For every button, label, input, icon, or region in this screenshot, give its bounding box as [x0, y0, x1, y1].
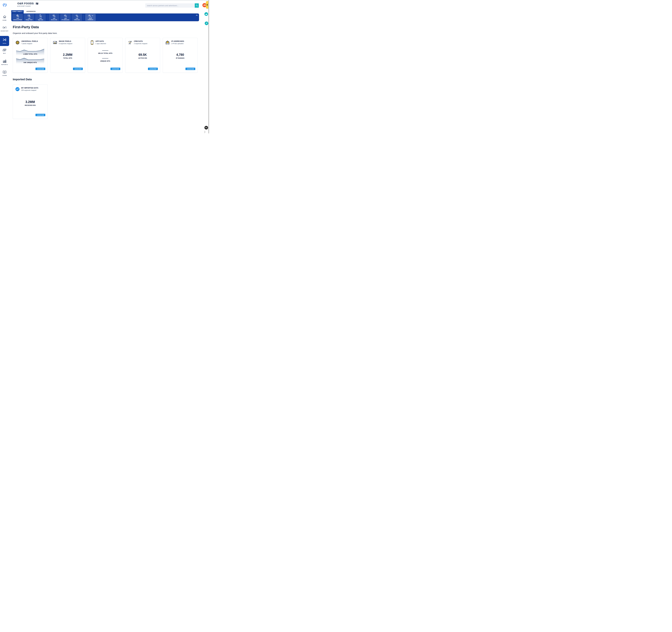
mountain-icon [205, 13, 207, 15]
metric-label: UNIQUE HITS [88, 60, 122, 62]
image-color-icon [53, 40, 57, 45]
metric-caption: ACTIVE IDS [125, 57, 160, 59]
card-subtitle: 7 pixels mapped [21, 43, 38, 44]
metric-label: 185.1K TOTAL HITS [88, 52, 122, 54]
avatar-initials: JM [203, 4, 206, 6]
sidebar-item-inventory[interactable]: INVENTORY [0, 26, 9, 31]
add-ip-addresses-button[interactable]: AddIP Addresses [60, 14, 71, 21]
chevron-up-icon [196, 15, 198, 16]
card-title: UNIVERSAL PIXELS [21, 40, 38, 42]
add-image-pixel-button[interactable]: AddImage Pixel [24, 14, 34, 21]
first-party-cards: UNIVERSAL PIXELS 7 pixels mapped 1.6MM T… [13, 38, 197, 73]
status-badge: connected [73, 68, 83, 70]
chevron-down-icon [92, 15, 93, 16]
status-badge: connected [148, 68, 158, 70]
search-icon [196, 5, 198, 6]
power-logo-icon[interactable] [3, 3, 7, 7]
tools-button[interactable] [205, 22, 208, 25]
sidebar-item-learn[interactable]: LEARN [0, 70, 9, 76]
card-app-data[interactable]: APP DATA 1 apps attached 185.1K TOTAL HI… [88, 38, 123, 73]
globe-plus-icon [16, 14, 19, 17]
sidebar-label: HOME [0, 20, 9, 21]
imported-data-icon [15, 87, 20, 91]
add-universal-pixel-button[interactable]: AddUniversal Pixel [13, 14, 23, 21]
card-title: CRM DATA [134, 40, 147, 42]
sidebar-item-reports[interactable]: REPORTS [0, 60, 9, 65]
header: O&R FOODS ADVERTISER JM [0, 0, 208, 10]
add-device-ids-button[interactable]: AddDevice IDs [49, 14, 59, 21]
card-subtitle: 6 segments mapped [59, 43, 72, 44]
wifi-slash-color-icon [128, 40, 132, 45]
card-image-pixels[interactable]: IMAGE PIXELS 6 segments mapped 2.2MM TOT… [50, 38, 85, 73]
metric-caption: IP RANGES [163, 57, 197, 59]
status-badge: connected [186, 68, 195, 70]
card-title: IMAGE PIXELS [59, 40, 72, 42]
metric-value: 3.2MM [13, 100, 47, 104]
page-subtitle: Organize and onboard your first-party da… [13, 32, 57, 34]
sidebar-label: BUY [0, 53, 9, 54]
card-subtitle: 1 apps attached [95, 43, 106, 44]
lightning-badge[interactable] [206, 1, 209, 8]
build-audience-button[interactable]: BuildAudience [85, 14, 96, 21]
swap-arrows-icon[interactable] [35, 2, 39, 5]
envelope-plus-icon [64, 14, 67, 17]
wifi-plus-icon [75, 14, 78, 17]
card-title: MY IMPORTED DATA [21, 87, 39, 89]
home-icon [3, 15, 6, 19]
metric-label: 1.6MM TOTAL HITS [13, 53, 47, 55]
card-ip-addresses[interactable]: IP ADDRESSES 2 IP lists uploaded 4,780 I… [163, 38, 197, 73]
data-network-icon [3, 38, 6, 42]
imported-data-title: Imported Data [13, 78, 32, 81]
sidebar: HOME INVENTORY DATA BUY [0, 10, 9, 133]
sidebar-item-data[interactable]: DATA [0, 36, 9, 46]
bar-chart-icon [3, 60, 6, 63]
sidebar-item-home[interactable]: HOME [0, 15, 9, 21]
account-role-label: ADVERTISER [17, 5, 39, 7]
globe-color-icon [15, 40, 20, 45]
card-my-imported-data[interactable]: MY IMPORTED DATA 209 segments mapped 3.2… [13, 85, 48, 119]
metric-caption: TOTAL HITS [50, 57, 85, 59]
metric-value: 69.5K [125, 53, 160, 56]
sidebar-label: LEARN [0, 75, 9, 76]
chevron-right-icon [204, 131, 206, 133]
sidebar-label: INVENTORY [0, 30, 9, 31]
card-subtitle: 2 segments mapped [134, 43, 147, 44]
metric-value: 2.2MM [50, 53, 85, 56]
toolbar: AddUniversal Pixel AddImage Pixel AddApp… [11, 14, 199, 21]
metric-label: 54K UNIQUE HITS [13, 62, 47, 63]
reply-arrow-icon [205, 127, 207, 128]
tab-label: AUDIENCES [26, 10, 35, 12]
status-badge: connected [35, 68, 45, 70]
add-crm-data-button[interactable]: AddCRM Data [72, 14, 82, 21]
sidebar-label: REPORTS [0, 64, 9, 65]
metric-value: 4,780 [163, 53, 197, 56]
sidebar-label: DATA [0, 43, 9, 44]
card-subtitle: 209 segments mapped [21, 89, 39, 91]
open-book-icon [3, 70, 6, 74]
cash-icon [3, 48, 6, 52]
undo-reply-button[interactable] [205, 126, 208, 130]
metric-caption: RECEIVED IDS [13, 104, 47, 106]
search-input[interactable] [145, 3, 195, 8]
search-button[interactable] [195, 3, 199, 8]
image-plus-icon [28, 14, 30, 17]
monitor-plus-icon [52, 14, 55, 17]
card-crm-data[interactable]: CRM DATA 2 segments mapped 69.5K ACTIVE … [125, 38, 160, 73]
brand: O&R FOODS ADVERTISER [17, 2, 39, 7]
phone-color-icon [90, 40, 94, 45]
status-badge: connected [35, 114, 45, 116]
advertiser-name: O&R FOODS [17, 2, 34, 5]
sidebar-item-buy[interactable]: BUY [0, 48, 9, 54]
toolbar-divider [83, 15, 84, 20]
toolbar-collapse-button[interactable] [196, 14, 198, 17]
card-universal-pixels[interactable]: UNIVERSAL PIXELS 7 pixels mapped 1.6MM T… [13, 38, 48, 73]
add-app-data-button[interactable]: AddApp Data [35, 14, 46, 21]
flat-sparkline [102, 50, 108, 51]
image-tool-button[interactable] [205, 12, 208, 16]
phone-plus-icon [39, 14, 42, 17]
card-title: APP DATA [95, 40, 106, 42]
next-page-button[interactable] [204, 131, 206, 133]
vertical-scrollbar[interactable] [208, 0, 209, 133]
card-subtitle: 2 IP lists uploaded [171, 43, 184, 44]
envelope-color-icon [165, 40, 170, 45]
